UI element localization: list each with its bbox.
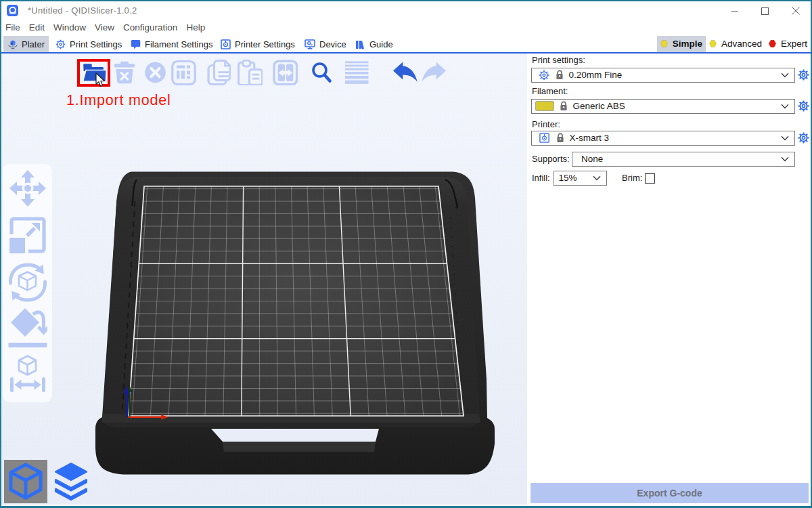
print-settings-gear-button[interactable] xyxy=(798,69,809,81)
copy-button[interactable] xyxy=(205,60,231,85)
variable-layer-height-button[interactable] xyxy=(344,60,369,85)
printer-value: X-smart 3 xyxy=(570,133,610,143)
guide-icon xyxy=(355,39,365,49)
mode-advanced[interactable]: Advanced xyxy=(706,36,765,52)
search-button[interactable] xyxy=(309,60,334,85)
scale-gizmo-button[interactable] xyxy=(8,215,47,255)
filament-value: Generic ABS xyxy=(573,101,625,111)
viewport-3d[interactable]: 1.Import model xyxy=(1,54,527,505)
preview-layers-icon xyxy=(50,462,92,501)
tab-printer-settings-label: Printer Settings xyxy=(235,39,295,49)
preview-layers-button[interactable] xyxy=(49,460,93,503)
supports-combo[interactable]: None xyxy=(572,152,795,167)
filament-combo[interactable]: Generic ABS xyxy=(531,99,795,114)
gizmo-toolbar xyxy=(3,164,52,402)
menu-file[interactable]: File xyxy=(5,22,20,33)
printer-gear-button[interactable] xyxy=(798,132,809,144)
chevron-down-icon xyxy=(781,72,789,78)
maximize-icon xyxy=(761,7,769,15)
expert-hexagon-icon xyxy=(769,40,776,47)
settings-sidebar: Print settings: 0.20mm Fine xyxy=(527,54,811,505)
supports-label: Supports: xyxy=(532,154,570,164)
menu-help[interactable]: Help xyxy=(186,22,205,33)
lock-icon xyxy=(556,70,564,80)
mode-expert-label: Expert xyxy=(781,39,807,49)
tab-bar: Plater Print Settin xyxy=(1,35,811,52)
main-area: 1.Import model xyxy=(1,54,811,505)
tab-filament-settings[interactable]: Filament Settings xyxy=(127,36,217,52)
export-gcode-button[interactable]: Export G-code xyxy=(531,483,809,503)
build-plate-tray xyxy=(95,172,495,475)
tab-print-settings[interactable]: Print Settings xyxy=(51,36,126,52)
printer-icon xyxy=(221,39,231,49)
rotate-gizmo-button[interactable] xyxy=(8,263,47,302)
mode-advanced-label: Advanced xyxy=(721,39,762,49)
app-logo-icon xyxy=(7,5,18,16)
tab-device-label: Device xyxy=(319,39,346,49)
redo-button[interactable] xyxy=(422,60,447,85)
arrange-button[interactable] xyxy=(171,60,196,85)
printer-small-icon xyxy=(539,133,549,143)
filament-icon xyxy=(131,39,141,49)
export-gcode-label: Export G-code xyxy=(637,488,702,499)
printer-combo[interactable]: X-smart 3 xyxy=(531,131,795,146)
paste-button[interactable] xyxy=(237,60,263,85)
window-title: *Untitled - QIDISlicer-1.0.2 xyxy=(28,5,137,16)
tab-filament-settings-label: Filament Settings xyxy=(145,39,212,49)
tab-guide-label: Guide xyxy=(369,39,393,49)
mode-expert[interactable]: Expert xyxy=(765,36,811,52)
advanced-hexagon-icon xyxy=(709,40,717,47)
chevron-down-icon xyxy=(781,135,789,141)
lock-icon xyxy=(560,101,568,111)
infill-combo[interactable]: 15% xyxy=(554,171,607,186)
tab-device[interactable]: Device xyxy=(300,36,351,52)
brim-label: Brim: xyxy=(622,173,642,183)
mode-simple[interactable]: Simple xyxy=(657,36,706,52)
close-icon xyxy=(792,7,800,15)
app-window: *Untitled - QIDISlicer-1.0.2 File Edit W… xyxy=(0,0,812,508)
supports-value: None xyxy=(581,154,603,164)
tab-printer-settings[interactable]: Printer Settings xyxy=(217,36,299,52)
print-settings-combo[interactable]: 0.20mm Fine xyxy=(531,68,795,83)
mode-simple-label: Simple xyxy=(673,39,702,49)
delete-all-button[interactable] xyxy=(143,60,168,85)
chevron-down-icon xyxy=(593,175,601,181)
simple-hexagon-icon xyxy=(660,40,668,47)
tab-print-settings-label: Print Settings xyxy=(70,39,122,49)
filament-label: Filament: xyxy=(532,86,568,96)
brim-checkbox[interactable] xyxy=(645,173,655,184)
menu-view[interactable]: View xyxy=(95,22,114,33)
place-on-face-gizmo-button[interactable] xyxy=(8,308,47,347)
menu-configuration[interactable]: Configuration xyxy=(123,22,177,33)
split-objects-button[interactable] xyxy=(272,60,298,85)
menu-edit[interactable]: Edit xyxy=(29,22,45,33)
menu-bar: File Edit Window View Configuration Help xyxy=(1,20,811,35)
close-button[interactable] xyxy=(780,1,811,20)
3d-editor-view-icon xyxy=(7,463,44,501)
plater-icon xyxy=(7,39,18,50)
gear-outline-icon xyxy=(55,39,66,49)
print-settings-label: Print settings: xyxy=(532,55,585,65)
maximize-button[interactable] xyxy=(750,1,780,20)
minimize-button[interactable] xyxy=(719,1,750,20)
measure-gizmo-button[interactable] xyxy=(8,354,47,394)
device-icon xyxy=(304,39,315,49)
build-plate xyxy=(1,54,527,505)
filament-gear-button[interactable] xyxy=(798,100,809,112)
printer-label: Printer: xyxy=(532,119,560,129)
3d-editor-view-button[interactable] xyxy=(4,460,47,503)
infill-label: Infill: xyxy=(532,173,550,183)
print-settings-value: 0.20mm Fine xyxy=(569,70,623,80)
filament-color-swatch xyxy=(535,101,554,111)
undo-button[interactable] xyxy=(392,60,418,85)
title-bar: *Untitled - QIDISlicer-1.0.2 xyxy=(1,1,811,20)
menu-window[interactable]: Window xyxy=(53,22,86,33)
delete-button[interactable] xyxy=(112,60,137,85)
mode-selector: Simple Advanced Expert xyxy=(657,35,811,52)
lock-icon xyxy=(556,133,564,143)
tab-guide[interactable]: Guide xyxy=(351,36,397,52)
tab-plater-label: Plater xyxy=(22,39,45,49)
minimize-icon xyxy=(731,7,738,15)
move-gizmo-button[interactable] xyxy=(8,169,47,208)
print-profile-gear-icon xyxy=(539,70,549,81)
